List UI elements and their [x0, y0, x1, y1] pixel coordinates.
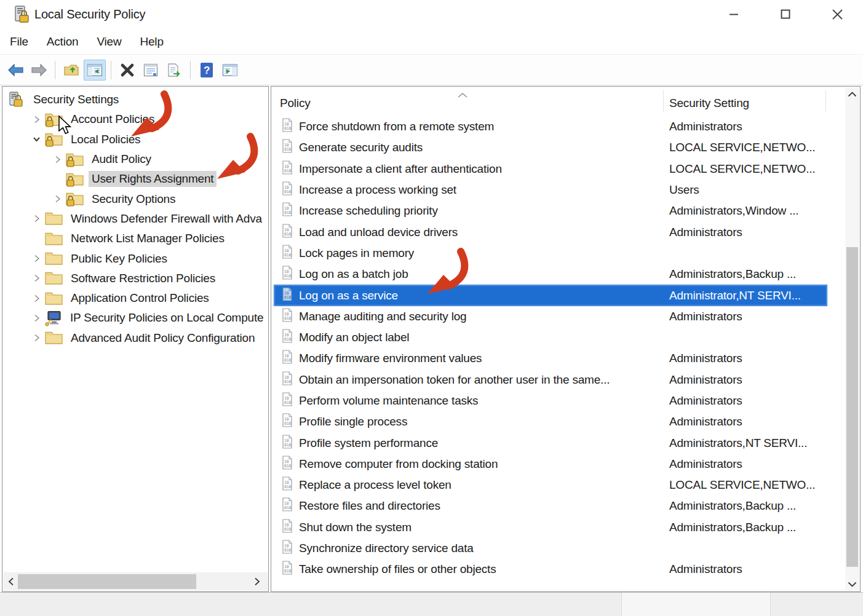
policy-row-obtain-an-impersonation-token-for-another-user-in-the-same[interactable]: 10010Obtain an impersonation token for a…: [274, 369, 827, 390]
policy-name: Profile system performance: [299, 436, 438, 450]
back-icon: [7, 63, 24, 77]
policy-document-icon: 10010: [281, 455, 293, 473]
minimize-button[interactable]: [708, 0, 760, 28]
close-button[interactable]: [811, 0, 863, 28]
properties-button[interactable]: [140, 60, 162, 81]
tree-item-local-policies[interactable]: Local Policies: [2, 130, 268, 149]
scroll-down-icon[interactable]: [845, 578, 859, 590]
policy-row-modify-an-object-label[interactable]: 10010Modify an object label: [274, 327, 827, 348]
policy-row-increase-a-process-working-set[interactable]: 10010Increase a process working setUsers: [274, 180, 827, 200]
tree-item-network-list-manager-policies[interactable]: Network List Manager Policies: [2, 229, 268, 248]
policy-row-restore-files-and-directories[interactable]: 10010Restore files and directoriesAdmini…: [274, 496, 827, 516]
policy-row-modify-firmware-environment-values[interactable]: 10010Modify firmware environment valuesA…: [274, 348, 827, 369]
policy-row-perform-volume-maintenance-tasks[interactable]: 10010Perform volume maintenance tasksAdm…: [274, 390, 827, 411]
properties-icon: [143, 63, 159, 77]
security-setting-value: Users: [669, 183, 699, 197]
back-button[interactable]: [4, 60, 26, 81]
scroll-right-icon[interactable]: [249, 572, 265, 591]
forward-icon: [31, 63, 47, 77]
tree-item-audit-policy[interactable]: Audit Policy: [2, 149, 268, 169]
menu-action[interactable]: Action: [38, 31, 87, 52]
tree-item-label: Advanced Audit Policy Configuration: [68, 330, 258, 346]
tree-item-security-settings[interactable]: Security Settings: [2, 90, 268, 109]
menu-help[interactable]: Help: [131, 31, 172, 52]
up-one-level-button[interactable]: [60, 60, 82, 81]
tree-scrollbar-thumb[interactable]: [18, 574, 196, 589]
tree-item-windows-defender-firewall-with-adva[interactable]: Windows Defender Firewall with Adva: [2, 209, 268, 229]
expander-expanded-icon[interactable]: [28, 135, 44, 143]
title-bar: Local Security Policy: [0, 0, 863, 30]
tree-item-ip-security-policies-on-local-compute[interactable]: IP Security Policies on Local Compute: [2, 308, 268, 328]
show-hide-console-tree-button[interactable]: [84, 60, 106, 81]
svg-text:010: 010: [284, 464, 291, 468]
policy-row-synchronize-directory-service-data[interactable]: 10010Synchronize directory service data: [274, 538, 827, 559]
policy-row-shut-down-the-system[interactable]: 10010Shut down the systemAdministrators,…: [274, 517, 827, 538]
tree-item-application-control-policies[interactable]: Application Control Policies: [2, 288, 268, 308]
tree-item-user-rights-assignment[interactable]: User Rights Assignment: [2, 169, 268, 189]
show-hide-action-pane-button[interactable]: [219, 60, 241, 81]
maximize-button[interactable]: [760, 0, 811, 28]
svg-text:010: 010: [284, 527, 291, 532]
column-divider[interactable]: [825, 90, 826, 111]
policy-row-increase-scheduling-priority[interactable]: 10010Increase scheduling priorityAdminis…: [274, 200, 827, 221]
policy-row-log-on-as-a-service[interactable]: 10010Log on as a serviceAdministrator,NT…: [274, 285, 827, 306]
policy-row-profile-single-process[interactable]: 10010Profile single processAdministrator…: [274, 411, 827, 432]
expander-collapsed-icon[interactable]: [28, 314, 44, 322]
security-setting-value: Administrators,Backup ...: [669, 521, 796, 534]
svg-text:010: 010: [284, 379, 291, 384]
policy-row-replace-a-process-level-token[interactable]: 10010Replace a process level tokenLOCAL …: [274, 475, 827, 496]
menu-file[interactable]: File: [1, 31, 37, 52]
expander-collapsed-icon[interactable]: [28, 274, 44, 282]
policy-row-generate-security-audits[interactable]: 10010Generate security auditsLOCAL SERVI…: [274, 137, 827, 158]
policy-row-load-and-unload-device-drivers[interactable]: 10010Load and unload device driversAdmin…: [274, 221, 827, 242]
delete-button[interactable]: [116, 60, 138, 81]
forward-button[interactable]: [28, 60, 50, 81]
policy-row-lock-pages-in-memory[interactable]: 10010Lock pages in memory: [274, 243, 827, 264]
tree-horizontal-scrollbar[interactable]: [3, 572, 268, 591]
policy-row-force-shutdown-from-a-remote-system[interactable]: 10010Force shutdown from a remote system…: [274, 116, 827, 137]
tree-item-security-options[interactable]: Security Options: [2, 189, 268, 208]
policy-document-icon: 10010: [281, 138, 293, 157]
policy-row-impersonate-a-client-after-authentication[interactable]: 10010Impersonate a client after authenti…: [274, 159, 827, 180]
expander-collapsed-icon[interactable]: [28, 215, 44, 223]
expander-collapsed-icon[interactable]: [28, 334, 44, 342]
tree-item-software-restriction-policies[interactable]: Software Restriction Policies: [2, 269, 268, 288]
svg-text:010: 010: [284, 484, 291, 489]
policy-document-icon: 10010: [281, 349, 293, 368]
tree-item-advanced-audit-policy-configuration[interactable]: Advanced Audit Policy Configuration: [2, 328, 268, 348]
column-divider[interactable]: [663, 90, 664, 111]
column-header-security-setting[interactable]: Security Setting: [669, 97, 749, 110]
policy-name: Generate security audits: [299, 141, 423, 154]
scroll-left-icon[interactable]: [3, 572, 19, 591]
expander-collapsed-icon[interactable]: [49, 156, 65, 164]
security-setting-value: Administrators: [669, 352, 742, 365]
expander-collapsed-icon[interactable]: [28, 255, 44, 263]
expander-collapsed-icon[interactable]: [28, 116, 44, 124]
security-setting-value: LOCAL SERVICE,NETWO...: [669, 162, 815, 176]
menu-view[interactable]: View: [88, 31, 130, 52]
expander-collapsed-icon[interactable]: [49, 195, 65, 203]
folder-icon: [44, 231, 63, 247]
policy-row-take-ownership-of-files-or-other-objects[interactable]: 10010Take ownership of files or other ob…: [274, 559, 827, 580]
tree-item-label: IP Security Policies on Local Compute: [67, 310, 266, 326]
help-button[interactable]: ?: [196, 60, 218, 81]
tree-item-account-policies[interactable]: Account Policies: [2, 109, 268, 129]
tree-item-public-key-policies[interactable]: Public Key Policies: [2, 248, 268, 268]
policy-name: Log on as a batch job: [299, 267, 408, 281]
list-vertical-scrollbar[interactable]: [845, 87, 859, 591]
policy-row-log-on-as-a-batch-job[interactable]: 10010Log on as a batch jobAdministrators…: [274, 264, 827, 285]
svg-text:010: 010: [284, 147, 291, 152]
security-setting-value: LOCAL SERVICE,NETWO...: [669, 141, 815, 154]
show-hide-console-tree-icon: [87, 63, 103, 77]
export-list-button[interactable]: [163, 60, 185, 81]
policy-row-profile-system-performance[interactable]: 10010Profile system performanceAdministr…: [274, 432, 827, 453]
policy-row-manage-auditing-and-security-log[interactable]: 10010Manage auditing and security logAdm…: [274, 306, 827, 327]
list-scrollbar-thumb[interactable]: [846, 247, 858, 567]
expander-collapsed-icon[interactable]: [28, 294, 44, 302]
svg-text:010: 010: [284, 295, 291, 300]
column-header-policy[interactable]: Policy: [280, 97, 310, 110]
toolbar-separator: [111, 61, 111, 79]
scroll-up-icon[interactable]: [845, 89, 859, 100]
policy-row-remove-computer-from-docking-station[interactable]: 10010Remove computer from docking statio…: [274, 454, 827, 475]
svg-text:010: 010: [284, 274, 291, 278]
